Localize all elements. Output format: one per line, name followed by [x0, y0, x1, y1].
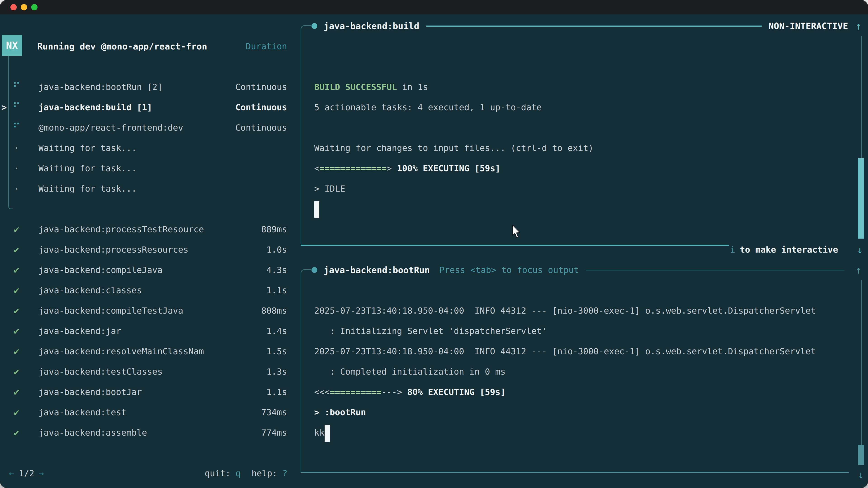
- page-left-arrow-icon[interactable]: ←: [9, 468, 14, 478]
- check-icon: ✔: [11, 361, 22, 382]
- check-icon: ✔: [11, 300, 22, 321]
- bootrun-panel-border-bottom: [301, 472, 849, 473]
- log-line: 2025-07-23T13:40:18.950-04:00 INFO 44312…: [314, 341, 816, 361]
- close-window-button[interactable]: [10, 4, 17, 10]
- task-status: Continuous: [235, 82, 287, 92]
- window-titlebar: [0, 0, 868, 14]
- task-row-done[interactable]: ✔ java-backend:testClasses 1.3s: [0, 361, 294, 382]
- terminal-line-blank: [314, 280, 816, 300]
- task-row-done[interactable]: ✔ java-backend:assemble 774ms: [0, 422, 294, 443]
- running-dot-icon: [311, 23, 317, 29]
- bootrun-terminal-cursor: [324, 425, 330, 442]
- check-icon: ✔: [11, 321, 22, 341]
- mouse-cursor-pointer: [511, 225, 521, 239]
- progress-status-text: 100% EXECUTING [59s]: [397, 163, 500, 173]
- build-panel-border-left: [301, 29, 301, 246]
- running-dot-icon: [311, 267, 317, 273]
- nx-tui-terminal-window: NX Running dev @mono-app/react-fron Dura…: [0, 0, 868, 488]
- task-duration: 1.4s: [266, 326, 287, 336]
- task-duration: 1.0s: [266, 245, 287, 255]
- gradle-progress-bar: <=============> 100% EXECUTING [59s]: [314, 158, 593, 178]
- task-row-waiting[interactable]: · Waiting for task...: [0, 158, 294, 178]
- task-row-done[interactable]: ✔ java-backend:compileTestJava 808ms: [0, 300, 294, 321]
- task-duration: 4.3s: [266, 265, 287, 275]
- task-label: Waiting for task...: [38, 184, 137, 194]
- task-row-done[interactable]: ✔ java-backend:classes 1.1s: [0, 280, 294, 300]
- interactive-hint-row: i to make interactive ↓: [730, 239, 868, 260]
- task-label: java-backend:assemble: [38, 428, 147, 437]
- terminal-input-line[interactable]: kk: [314, 422, 816, 443]
- completed-task-list: ✔ java-backend:processTestResource 889ms…: [0, 219, 294, 443]
- build-panel-border-bottom: [301, 245, 729, 246]
- build-terminal-cursor: [314, 201, 319, 218]
- help-label: help:: [252, 468, 277, 478]
- non-interactive-badge: NON-INTERACTIVE: [769, 21, 848, 31]
- terminal-line: BUILD SUCCESSFUL in 1s: [314, 77, 593, 97]
- task-duration: 1.1s: [266, 387, 287, 397]
- task-row-waiting[interactable]: · Waiting for task...: [0, 178, 294, 199]
- help-key: ?: [282, 468, 287, 478]
- task-duration: 1.3s: [266, 367, 287, 377]
- page-right-arrow-icon[interactable]: →: [39, 468, 44, 478]
- bootrun-scrollbar-thumb[interactable]: [858, 445, 864, 465]
- task-label: java-backend:compileJava: [38, 265, 162, 275]
- scroll-down-icon[interactable]: ↓: [854, 464, 868, 485]
- task-label: java-backend:bootRun [2]: [38, 82, 162, 92]
- bootrun-panel-title: java-backend:bootRun: [324, 265, 430, 275]
- progress-status-text: 80% EXECUTING [59s]: [407, 387, 506, 397]
- task-label: java-backend:compileTestJava: [38, 306, 183, 316]
- progress-bar-fill: ==========: [330, 387, 381, 397]
- spinner-icon: ⠋: [11, 77, 22, 97]
- waiting-dot-icon: ·: [11, 158, 22, 178]
- zoom-window-button[interactable]: [31, 4, 37, 10]
- task-row-done[interactable]: ✔ java-backend:jar 1.4s: [0, 321, 294, 341]
- scroll-down-icon[interactable]: ↓: [852, 243, 867, 256]
- bootrun-panel-header[interactable]: java-backend:bootRun Press <tab> to focu…: [307, 260, 866, 280]
- task-label: java-backend:jar: [38, 326, 121, 336]
- task-row-done[interactable]: ✔ java-backend:processResources 1.0s: [0, 239, 294, 260]
- interactive-hint-text: to make interactive: [740, 245, 838, 255]
- check-icon: ✔: [11, 219, 22, 239]
- terminal-line: Waiting for changes to input files... (c…: [314, 138, 593, 158]
- check-icon: ✔: [11, 382, 22, 402]
- scroll-up-icon[interactable]: ↑: [851, 264, 866, 276]
- task-label: java-backend:resolveMainClassNam: [38, 346, 204, 356]
- focus-output-hint: Press <tab> to focus output: [439, 265, 579, 275]
- task-row-build-selected[interactable]: > ⠋ java-backend:build [1] Continuous: [0, 97, 294, 118]
- bootrun-scrollbar-track[interactable]: [861, 280, 862, 465]
- check-icon: ✔: [11, 402, 22, 422]
- task-row-frontend-dev[interactable]: ⠋ @mono-app/react-frontend:dev Continuou…: [0, 118, 294, 138]
- task-row-done[interactable]: ✔ java-backend:test 734ms: [0, 402, 294, 422]
- bootrun-panel-border-left: [301, 273, 301, 473]
- spinner-icon: ⠋: [11, 97, 22, 118]
- minimize-window-button[interactable]: [21, 4, 27, 10]
- task-duration: 734ms: [261, 408, 287, 417]
- build-scrollbar-thumb[interactable]: [858, 158, 864, 238]
- task-row-done[interactable]: ✔ java-backend:bootJar 1.1s: [0, 382, 294, 402]
- task-row-waiting[interactable]: · Waiting for task...: [0, 138, 294, 158]
- nx-logo: NX: [2, 35, 22, 56]
- task-label: Waiting for task...: [38, 143, 137, 153]
- task-label: java-backend:testClasses: [38, 367, 162, 377]
- task-duration: 889ms: [261, 224, 287, 234]
- task-status: Continuous: [235, 123, 287, 133]
- task-duration: 1.5s: [266, 346, 287, 356]
- task-label: java-backend:processResources: [38, 245, 188, 255]
- sidebar-header: NX Running dev @mono-app/react-fron Dura…: [0, 36, 294, 57]
- log-line: 2025-07-23T13:40:18.950-04:00 INFO 44312…: [314, 300, 816, 321]
- progress-bar-fill: =============: [319, 163, 386, 173]
- scroll-up-icon[interactable]: ↑: [851, 20, 866, 32]
- task-label: java-backend:build [1]: [38, 102, 152, 112]
- build-panel-header[interactable]: java-backend:build NON-INTERACTIVE ↑: [307, 16, 866, 36]
- task-row-done[interactable]: ✔ java-backend:resolveMainClassNam 1.5s: [0, 341, 294, 361]
- log-line: : Completed initialization in 0 ms: [314, 361, 816, 382]
- task-row-done[interactable]: ✔ java-backend:compileJava 4.3s: [0, 260, 294, 280]
- sidebar-footer: ← 1/2 → quit: q help: ?: [0, 463, 294, 484]
- task-row-bootrun[interactable]: ⠋ java-backend:bootRun [2] Continuous: [0, 77, 294, 97]
- terminal-line: [314, 199, 593, 219]
- build-panel-title: java-backend:build: [324, 21, 419, 31]
- terminal-line: > IDLE: [314, 178, 593, 199]
- task-label: java-backend:test: [38, 408, 126, 417]
- spinner-icon: ⠋: [11, 118, 22, 138]
- task-row-done[interactable]: ✔ java-backend:processTestResource 889ms: [0, 219, 294, 239]
